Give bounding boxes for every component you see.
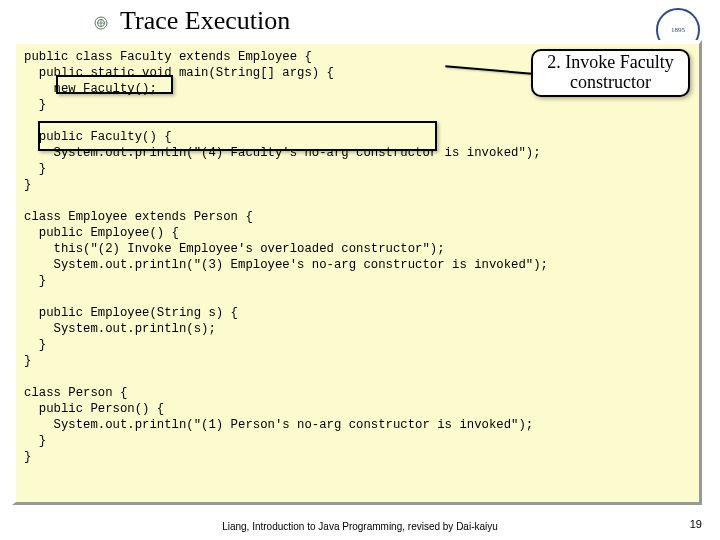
highlight-new-faculty — [56, 75, 173, 94]
logo-year: 1895 — [671, 27, 685, 34]
bullet-icon — [94, 16, 108, 30]
code-text: public class Faculty extends Employee { … — [24, 50, 548, 464]
slide-title: Trace Execution — [0, 0, 720, 40]
page-number: 19 — [690, 518, 702, 530]
code-block: public class Faculty extends Employee { … — [12, 40, 702, 505]
footer-citation: Liang, Introduction to Java Programming,… — [0, 521, 720, 532]
highlight-faculty-constructor — [38, 121, 437, 151]
step-callout: 2. Invoke Faculty constructor — [531, 49, 690, 97]
callout-text: 2. Invoke Faculty constructor — [533, 53, 688, 93]
